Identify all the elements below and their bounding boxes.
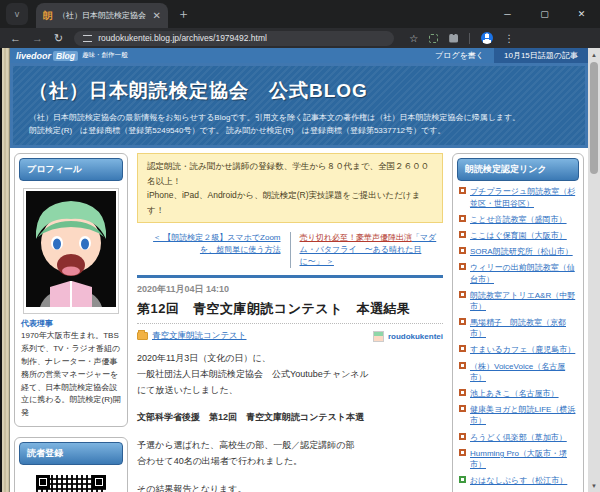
certified-link[interactable]: ことせ音読教室（盛岡市） bbox=[470, 214, 567, 225]
author-chip[interactable]: roudokukentei bbox=[373, 331, 443, 342]
body-paragraph: 一般社団法人日本朗読検定協会 公式Youtubeチャンネル bbox=[137, 367, 443, 383]
browser-tab[interactable]: 朗 （社）日本朗読検定協会 公式 ✕ bbox=[36, 3, 168, 28]
address-bar[interactable]: roudokukentei.blog.jp/archives/1979492.h… bbox=[74, 31, 394, 46]
bullet-square-icon bbox=[459, 318, 466, 325]
prev-post-link[interactable]: ＜ 【朗読検定２級】スマホでZoomを、超簡単に使う方法 bbox=[153, 233, 280, 254]
tab-strip: v 朗 （社）日本朗読検定協会 公式 ✕ ＋ ─ ▢ ✕ bbox=[0, 0, 600, 28]
profile-heading: プロフィール bbox=[19, 158, 123, 181]
bullet-square-icon bbox=[459, 433, 466, 440]
profile-box: プロフィール bbox=[14, 153, 128, 427]
list-item: ろうどく倶楽部（草加市） bbox=[459, 432, 577, 443]
links-heading: 朗読検定認定リンク bbox=[457, 158, 579, 181]
browser-toolbar: ← → ↻ roudokukentei.blog.jp/archives/197… bbox=[0, 28, 600, 48]
list-item: ウィリーの出前朗読教室（仙台市） bbox=[459, 262, 577, 284]
post-navigation: ＜ 【朗読検定２級】スマホでZoomを、超簡単に使う方法 売り切れ必至！豪華声優… bbox=[141, 232, 439, 268]
new-tab-button[interactable]: ＋ bbox=[177, 5, 190, 23]
window-controls: ─ ▢ ✕ bbox=[489, 0, 600, 28]
certified-link[interactable]: プチプラージュ朗読教室（杉並区・世田谷区） bbox=[470, 186, 577, 208]
livedoor-bar: livedoor Blog 趣味・創作一般 ブログを書く 10月15日話題の記事 bbox=[10, 48, 588, 63]
list-item: 朗読教室アトリエA&R（中野市） bbox=[459, 290, 577, 312]
list-item: SORA朗読研究所（松山市） bbox=[459, 246, 577, 257]
write-blog-link[interactable]: ブログを書く bbox=[425, 50, 494, 61]
reload-icon[interactable]: ↻ bbox=[54, 33, 63, 44]
profile-role-link[interactable]: 代表理事 bbox=[21, 318, 121, 329]
maximize-button[interactable]: ▢ bbox=[526, 0, 563, 28]
certified-link[interactable]: 健康美ヨガと朗読LIFE（横浜市） bbox=[470, 404, 577, 426]
certified-link[interactable]: Humming Pro（大阪市・堺市） bbox=[470, 448, 577, 470]
tab-search-button[interactable]: v bbox=[6, 3, 28, 25]
profile-avatar-icon[interactable] bbox=[481, 32, 493, 44]
certified-link[interactable]: SORA朗読研究所（松山市） bbox=[470, 246, 573, 257]
list-item: おはなしぷらす（松江市） bbox=[459, 475, 577, 486]
body-paragraph: 予選から選ばれた、高校生の部、一般／認定講師の部 bbox=[137, 438, 443, 454]
certified-link[interactable]: 池上あきこ（名古屋市） bbox=[470, 388, 559, 399]
topics-link[interactable]: 10月15日話題の記事 bbox=[494, 48, 588, 63]
back-icon[interactable]: ← bbox=[10, 33, 21, 44]
bullet-square-icon bbox=[459, 389, 466, 396]
scroll-up-icon[interactable]: ▲ bbox=[591, 48, 597, 61]
list-item: Humming Pro（大阪市・堺市） bbox=[459, 448, 577, 470]
blog-description-line1: （社）日本朗読検定協会の最新情報をお知らせするBlogです。引用文を除く記事本文… bbox=[29, 111, 569, 124]
bullet-square-icon bbox=[459, 215, 466, 222]
web-page: livedoor Blog 趣味・創作一般 ブログを書く 10月15日話題の記事… bbox=[2, 48, 588, 492]
bullet-square-icon bbox=[459, 263, 466, 270]
list-item: 池上あきこ（名古屋市） bbox=[459, 388, 577, 399]
close-button[interactable]: ✕ bbox=[563, 0, 600, 28]
site-settings-icon[interactable] bbox=[83, 35, 92, 42]
blog-description-line2: 朗読検定(R) は登録商標（登録第5249540号）です。 読み聞かせ検定(R)… bbox=[29, 124, 569, 137]
certified-link[interactable]: ろうどく倶楽部（草加市） bbox=[470, 432, 567, 443]
left-sidebar: プロフィール bbox=[14, 153, 128, 487]
bookmark-star-icon[interactable]: ☆ bbox=[409, 33, 418, 44]
certified-link[interactable]: 朗読教室アトリエA&R（中野市） bbox=[470, 290, 577, 312]
avatar-illustration bbox=[26, 191, 116, 307]
extensions-puzzle-icon[interactable] bbox=[449, 34, 458, 43]
blog-title[interactable]: （社）日本朗読検定協会 公式BLOG bbox=[29, 78, 569, 104]
notice-banner: 認定朗読・読み聞かせ講師の登録数、学生から８０代まで、全国２６００名以上！ iP… bbox=[137, 153, 443, 223]
scrollbar-thumb[interactable] bbox=[590, 62, 598, 174]
livedoor-category-label[interactable]: 趣味・創作一般 bbox=[82, 51, 128, 60]
certified-link[interactable]: ここはぐ保育園（大阪市） bbox=[470, 230, 567, 241]
livedoor-blog-badge[interactable]: Blog bbox=[53, 51, 78, 61]
tab-close-icon[interactable]: ✕ bbox=[153, 10, 161, 21]
right-sidebar: 朗読検定認定リンク プチプラージュ朗読教室（杉並区・世田谷区） ことせ音読教室（… bbox=[452, 153, 584, 487]
category-row: 青空文庫朗読コンテスト roudokukentei bbox=[137, 330, 443, 342]
notice-line1: 認定朗読・読み聞かせ講師の登録数、学生から８０代まで、全国２６００名以上！ bbox=[147, 159, 433, 188]
bullet-square-icon bbox=[459, 405, 466, 412]
site-favicon-icon: 朗 bbox=[43, 9, 53, 23]
qr-finder-icon bbox=[92, 475, 106, 489]
certified-link[interactable]: 馬場精子 朗読教室（京都市） bbox=[470, 317, 577, 339]
body-paragraph: 2020年11月3日（文化の日）に、 bbox=[137, 351, 443, 367]
list-item: 健康美ヨガと朗読LIFE（横浜市） bbox=[459, 404, 577, 426]
certified-link[interactable]: おはなしぷらす（松江市） bbox=[470, 475, 567, 486]
chevron-down-icon: v bbox=[15, 9, 20, 19]
category-link[interactable]: 青空文庫朗読コンテスト bbox=[152, 330, 247, 342]
list-item: 馬場精子 朗読教室（京都市） bbox=[459, 317, 577, 339]
reader-heading: 読者登録 bbox=[19, 442, 123, 465]
body-paragraph: 合わせて40名の出場者で行われました。 bbox=[137, 454, 443, 470]
certified-link[interactable]: すまいるカフェ（鹿児島市） bbox=[470, 344, 575, 355]
post-date: 2020年11月04日 14:10 bbox=[137, 283, 443, 296]
selection-extension-icon[interactable] bbox=[429, 34, 438, 43]
certified-link[interactable]: ウィリーの出前朗読教室（仙台市） bbox=[470, 262, 577, 284]
certified-link[interactable]: （株）VoiceVoice（名古屋市） bbox=[470, 361, 577, 383]
profile-avatar-image bbox=[23, 188, 119, 314]
next-post-link-emphasis[interactable]: 売り切れ必至！豪華声優陣出演 bbox=[300, 233, 412, 242]
minimize-button[interactable]: ─ bbox=[489, 0, 526, 28]
folder-icon bbox=[137, 332, 148, 340]
author-name: roudokukentei bbox=[388, 332, 443, 341]
certified-links-box: 朗読検定認定リンク プチプラージュ朗読教室（杉並区・世田谷区） ことせ音読教室（… bbox=[452, 153, 584, 492]
page-scrollbar[interactable]: ▲ ▼ bbox=[588, 48, 600, 492]
scroll-down-icon[interactable]: ▼ bbox=[591, 479, 597, 492]
bullet-square-icon bbox=[459, 449, 466, 456]
url-text: roudokukentei.blog.jp/archives/1979492.h… bbox=[98, 33, 267, 43]
forward-icon[interactable]: → bbox=[32, 33, 43, 44]
body-paragraph: にて放送いたしました、 bbox=[137, 383, 443, 399]
menu-kebab-icon[interactable]: ⋮ bbox=[504, 33, 514, 44]
page-viewport: livedoor Blog 趣味・創作一般 ブログを書く 10月15日話題の記事… bbox=[0, 48, 600, 492]
livedoor-logo[interactable]: livedoor bbox=[16, 51, 51, 61]
bullet-square-icon bbox=[459, 291, 466, 298]
bullet-square-icon bbox=[459, 187, 466, 194]
post-body: 2020年11月3日（文化の日）に、 一般社団法人日本朗読検定協会 公式Yout… bbox=[137, 351, 443, 492]
section-divider bbox=[137, 275, 443, 278]
blog-header: （社）日本朗読検定協会 公式BLOG （社）日本朗読検定協会の最新情報をお知らせ… bbox=[13, 66, 585, 145]
